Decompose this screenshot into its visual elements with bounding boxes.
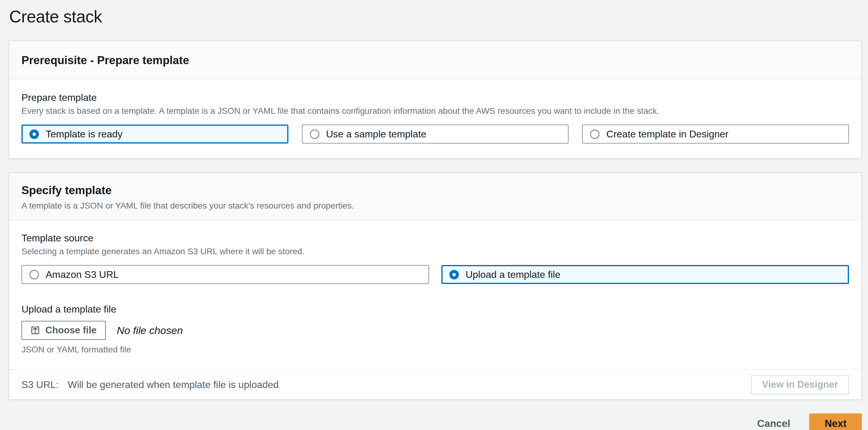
specify-card-title: Specify template xyxy=(22,183,849,198)
prerequisite-card-title: Prerequisite - Prepare template xyxy=(22,53,849,67)
view-in-designer-button[interactable]: View in Designer xyxy=(751,375,849,395)
specify-card-body: Template source Selecting a template gen… xyxy=(9,220,861,369)
create-stack-page: Create stack Prerequisite - Prepare temp… xyxy=(0,7,868,430)
radio-checked-icon[interactable] xyxy=(29,130,39,139)
prepare-template-label: Prepare template xyxy=(22,91,849,104)
radio-tile-amazon-s3-url[interactable]: Amazon S3 URL xyxy=(22,265,429,284)
radio-tile-template-is-ready[interactable]: Template is ready xyxy=(22,124,288,144)
wizard-actions: Cancel Next xyxy=(8,413,862,430)
radio-tile-upload-template-file[interactable]: Upload a template file xyxy=(441,265,849,284)
s3-url-value: Will be generated when template file is … xyxy=(68,379,279,391)
specify-template-card: Specify template A template is a JSON or… xyxy=(8,172,862,400)
radio-tile-use-sample-template[interactable]: Use a sample template xyxy=(302,124,569,144)
next-button[interactable]: Next xyxy=(809,413,862,430)
prerequisite-card: Prerequisite - Prepare template Prepare … xyxy=(8,40,862,159)
radio-tile-create-template-in-designer[interactable]: Create template in Designer xyxy=(582,124,849,144)
radio-tile-label: Upload a template file xyxy=(466,269,561,280)
specify-card-header: Specify template A template is a JSON or… xyxy=(9,173,861,220)
prerequisite-card-header: Prerequisite - Prepare template xyxy=(9,41,861,80)
radio-tile-label: Use a sample template xyxy=(326,128,426,140)
radio-unchecked-icon[interactable] xyxy=(590,130,599,139)
upload-icon xyxy=(31,326,40,335)
cancel-button[interactable]: Cancel xyxy=(757,415,790,430)
prepare-template-options: Template is ready Use a sample template … xyxy=(22,124,849,144)
template-source-description: Selecting a template generates an Amazon… xyxy=(22,246,849,257)
radio-unchecked-icon[interactable] xyxy=(29,270,39,279)
radio-unchecked-icon[interactable] xyxy=(310,130,319,139)
prerequisite-card-body: Prepare template Every stack is based on… xyxy=(9,80,861,158)
file-upload-row: Choose file No file chosen xyxy=(22,321,849,340)
template-source-label: Template source xyxy=(22,232,849,244)
specify-card-description: A template is a JSON or YAML file that d… xyxy=(22,201,849,211)
choose-file-button-label: Choose file xyxy=(45,325,97,336)
prepare-template-description: Every stack is based on a template. A te… xyxy=(22,106,849,117)
file-status-text: No file chosen xyxy=(117,324,183,337)
radio-checked-icon[interactable] xyxy=(449,270,459,279)
upload-template-file-label: Upload a template file xyxy=(22,303,849,315)
s3-url-row: S3 URL: Will be generated when template … xyxy=(22,379,279,391)
specify-card-footer: S3 URL: Will be generated when template … xyxy=(9,369,861,399)
radio-tile-label: Amazon S3 URL xyxy=(46,269,119,280)
upload-hint: JSON or YAML formatted file xyxy=(22,345,849,354)
page-title: Create stack xyxy=(9,7,868,26)
radio-tile-label: Create template in Designer xyxy=(606,128,728,140)
template-source-options: Amazon S3 URL Upload a template file xyxy=(22,265,849,284)
s3-url-label: S3 URL: xyxy=(22,379,59,391)
choose-file-button[interactable]: Choose file xyxy=(22,321,106,340)
radio-tile-label: Template is ready xyxy=(46,128,123,140)
